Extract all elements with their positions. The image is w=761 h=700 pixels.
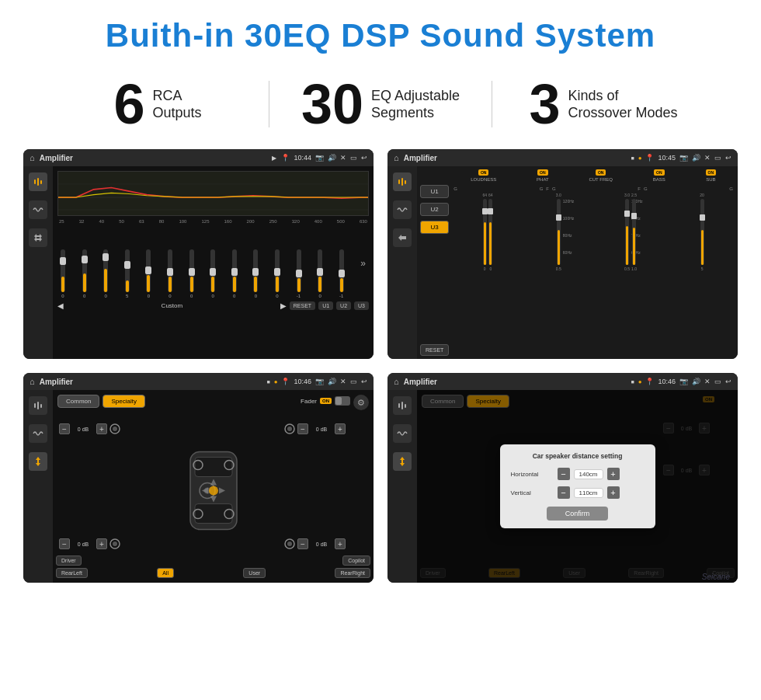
back-icon-4[interactable]: ↩ xyxy=(725,378,731,385)
freq-200: 200 xyxy=(247,219,255,224)
tab-common-3[interactable]: Common xyxy=(57,395,99,408)
screen2-content: U1 U2 U3 RESET ON LOUDNESS xyxy=(387,166,738,359)
sidebar-wave-icon[interactable] xyxy=(29,200,47,219)
reset-btn-2[interactable]: RESET xyxy=(420,344,449,356)
vol-icon-1[interactable]: 🔊 xyxy=(328,154,336,162)
sidebar-arrows-icon-2[interactable] xyxy=(393,228,412,247)
eq-slider-13[interactable]: 0 xyxy=(318,249,322,298)
sidebar-wave-icon-4[interactable] xyxy=(393,424,412,443)
eq-slider-3[interactable]: 0 xyxy=(103,249,108,298)
eq-chart xyxy=(57,171,369,216)
eq-bottom-controls: ◀ Custom ▶ RESET U1 U2 U3 xyxy=(57,301,369,310)
vol-minus-rr[interactable]: − xyxy=(297,538,308,549)
screen-speaker: ⌂ Amplifier ■ ● 📍 10:46 📷 🔊 ✕ ▭ ↩ xyxy=(23,373,374,583)
close-icon-2[interactable]: ✕ xyxy=(704,154,711,162)
btn-user[interactable]: User xyxy=(243,568,266,578)
svg-rect-10 xyxy=(34,403,36,408)
eq-slider-6[interactable]: 0 xyxy=(168,249,172,298)
btn-copilot[interactable]: Copilot xyxy=(342,555,370,566)
sidebar-arrows-icon-4[interactable] xyxy=(393,452,412,471)
vol-minus-fr[interactable]: − xyxy=(297,423,308,434)
eq-slider-7[interactable]: 0 xyxy=(189,249,194,298)
vol-plus-fl[interactable]: + xyxy=(96,423,107,434)
close-icon-3[interactable]: ✕ xyxy=(340,378,346,385)
eq-slider-1[interactable]: 0 xyxy=(61,249,65,298)
vol-icon-2[interactable]: 🔊 xyxy=(692,154,700,162)
car-diagram xyxy=(182,448,245,534)
eq-slider-12[interactable]: -1 xyxy=(297,249,301,298)
home-icon-3[interactable]: ⌂ xyxy=(30,377,35,386)
channel-u2[interactable]: U2 xyxy=(420,203,449,216)
home-icon-1[interactable]: ⌂ xyxy=(30,153,35,162)
sidebar-wave-icon-3[interactable] xyxy=(29,424,47,443)
minimize-icon-1[interactable]: ▭ xyxy=(350,154,357,162)
back-icon-1[interactable]: ↩ xyxy=(361,154,367,162)
eq-slider-5[interactable]: 0 xyxy=(146,249,151,298)
sidebar-arrows-icon[interactable] xyxy=(29,228,47,247)
back-icon-2[interactable]: ↩ xyxy=(725,154,731,162)
freq-80: 80 xyxy=(159,219,165,224)
minimize-icon-3[interactable]: ▭ xyxy=(350,378,357,385)
vol-plus-rr[interactable]: + xyxy=(335,538,346,549)
sq-icon-4: ■ xyxy=(631,379,634,385)
home-icon-2[interactable]: ⌂ xyxy=(394,153,399,162)
dialog-horiz-minus[interactable]: − xyxy=(558,468,570,480)
vol-front-left: − 0 dB + xyxy=(59,423,121,435)
vol-icon-3[interactable]: 🔊 xyxy=(328,378,336,385)
vol-icon-4[interactable]: 🔊 xyxy=(692,378,700,385)
vol-plus-rl[interactable]: + xyxy=(96,538,107,549)
vol-plus-fr[interactable]: + xyxy=(335,423,346,434)
eq-reset-btn[interactable]: RESET xyxy=(290,301,315,310)
eq-preset-label: Custom xyxy=(67,302,277,309)
eq-expand-icon[interactable]: » xyxy=(360,258,366,269)
tab-specialty-3[interactable]: Specialty xyxy=(103,395,144,408)
home-icon-4[interactable]: ⌂ xyxy=(394,377,399,386)
close-icon-4[interactable]: ✕ xyxy=(704,378,711,385)
btn-rearright[interactable]: RearRight xyxy=(335,568,370,578)
vol-minus-fl[interactable]: − xyxy=(59,423,70,434)
eq-slider-2[interactable]: 0 xyxy=(82,249,87,298)
dialog-horiz-plus[interactable]: + xyxy=(607,468,620,480)
screen1-sidebar xyxy=(23,166,53,359)
play-icon-1[interactable]: ▶ xyxy=(272,155,276,162)
channel-u3[interactable]: U3 xyxy=(420,221,449,234)
close-icon-1[interactable]: ✕ xyxy=(340,154,346,162)
stat-number-3: 3 xyxy=(529,76,560,132)
eq-next-btn[interactable]: ▶ xyxy=(280,301,287,310)
eq-slider-14[interactable]: -1 xyxy=(339,249,344,298)
btn-all[interactable]: All xyxy=(157,568,174,578)
sidebar-wave-icon-2[interactable] xyxy=(393,200,412,219)
dialog-horizontal-row: Horizontal − 140cm + xyxy=(511,468,645,480)
dialog-vert-plus[interactable]: + xyxy=(607,486,620,499)
sidebar-arrows-icon-3[interactable] xyxy=(29,452,47,471)
btn-rearleft[interactable]: RearLeft xyxy=(56,568,88,578)
btn-driver[interactable]: Driver xyxy=(56,555,82,566)
svg-rect-2 xyxy=(40,180,42,184)
channel-u1[interactable]: U1 xyxy=(420,185,449,198)
screen4-main: Common Specialty ON − 0 dB + xyxy=(417,390,738,583)
eq-u1-btn[interactable]: U1 xyxy=(318,301,333,310)
dialog-title: Car speaker distance setting xyxy=(511,452,645,460)
sidebar-eq-icon-2[interactable] xyxy=(393,172,412,191)
eq-slider-10[interactable]: 0 xyxy=(253,249,258,298)
dialog-vert-minus[interactable]: − xyxy=(558,486,570,499)
minimize-icon-2[interactable]: ▭ xyxy=(714,154,721,162)
pin-icon-3: 📍 xyxy=(281,378,290,385)
bottom-preset-row-1: Driver Copilot xyxy=(56,555,370,566)
sidebar-eq-icon-3[interactable] xyxy=(29,396,47,415)
eq-slider-9[interactable]: 0 xyxy=(232,249,237,298)
eq-u2-btn[interactable]: U2 xyxy=(336,301,351,310)
sidebar-eq-icon[interactable] xyxy=(29,172,47,191)
eq-slider-11[interactable]: 0 xyxy=(275,249,280,298)
screen1-content: 25 32 40 50 63 80 100 125 160 200 250 32… xyxy=(23,166,374,359)
sidebar-eq-icon-4[interactable] xyxy=(393,396,412,415)
vol-minus-rl[interactable]: − xyxy=(59,538,70,549)
eq-slider-8[interactable]: 0 xyxy=(210,249,215,298)
settings-icon[interactable]: ⚙ xyxy=(353,395,369,410)
dialog-confirm-btn[interactable]: Confirm xyxy=(547,507,609,521)
eq-u3-btn[interactable]: U3 xyxy=(354,301,369,310)
back-icon-3[interactable]: ↩ xyxy=(361,378,367,385)
minimize-icon-4[interactable]: ▭ xyxy=(714,378,721,385)
eq-slider-4[interactable]: 5 xyxy=(125,249,130,298)
eq-prev-btn[interactable]: ◀ xyxy=(57,301,64,310)
